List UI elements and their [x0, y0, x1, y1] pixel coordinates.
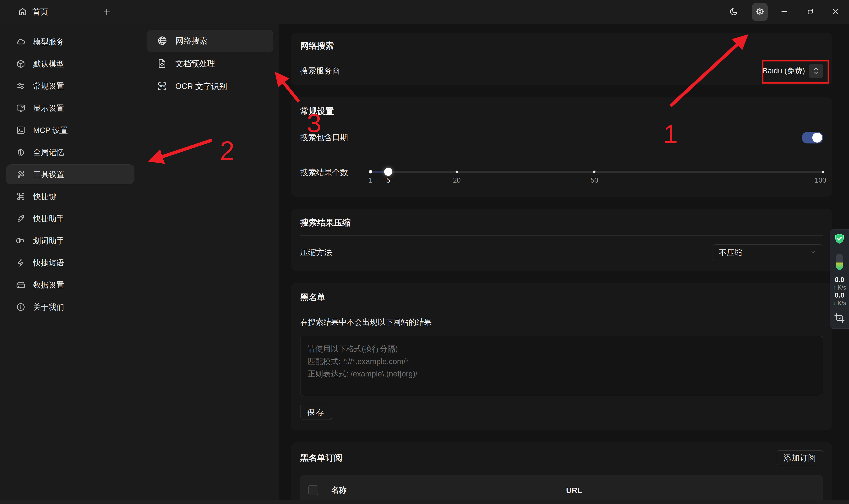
download-speed-value: 0.0	[835, 292, 844, 299]
arrow-up-icon: ↑	[833, 284, 836, 291]
command-icon	[16, 192, 26, 201]
battery-capsule-indicator[interactable]	[830, 249, 849, 274]
brain-icon	[16, 147, 26, 157]
tools-icon	[16, 169, 26, 179]
security-status[interactable]	[830, 230, 849, 249]
sidebar-item-label: MCP 设置	[33, 125, 68, 136]
window-bottom-edge	[0, 500, 849, 504]
home-icon	[18, 7, 28, 17]
titlebar-actions	[726, 0, 849, 24]
add-subscription-button[interactable]: 添加订阅	[777, 450, 823, 465]
slider-handle[interactable]	[384, 167, 393, 176]
screenshot-tool[interactable]	[830, 309, 849, 328]
minimize-icon	[780, 7, 789, 17]
sidebar-item-global-memory[interactable]: 全局记忆	[6, 142, 134, 162]
provider-select[interactable]: Baidu (免费)	[762, 64, 823, 78]
gear-icon	[755, 7, 764, 17]
svg-text:OCR: OCR	[159, 85, 166, 88]
titlebar: 首页 +	[0, 0, 849, 24]
subsidebar-item-web-search[interactable]: 网络搜索	[147, 30, 273, 52]
sidebar-item-label: 划词助手	[33, 236, 64, 246]
sidebar-item-general-settings[interactable]: 常规设置	[6, 76, 134, 96]
moon-icon	[729, 7, 738, 17]
settings-button[interactable]	[752, 3, 767, 21]
sidebar-item-label: 快捷助手	[33, 214, 64, 224]
slider-track[interactable]	[369, 170, 823, 173]
result-count-slider[interactable]: 1 5 20 50 100	[369, 163, 823, 183]
globe-icon	[157, 35, 167, 47]
general-settings-card: 常规设置 搜索包含日期 搜索结果个数	[291, 97, 832, 197]
new-tab-button[interactable]: +	[104, 6, 110, 18]
toggle-knob	[812, 133, 822, 143]
file-code-icon	[157, 58, 167, 70]
close-button[interactable]	[828, 3, 843, 21]
cloud-icon	[16, 37, 26, 47]
sidebar-item-quick-phrases[interactable]: 快捷短语	[6, 253, 134, 273]
blacklist-description: 在搜索结果中不会出现以下网站的结果	[300, 310, 823, 336]
subscription-title: 黑名单订阅	[300, 452, 342, 464]
minimize-button[interactable]	[776, 3, 792, 21]
blacklist-card: 黑名单 在搜索结果中不会出现以下网站的结果 保存	[291, 283, 832, 430]
subsidebar-item-doc-preprocess[interactable]: 文档预处理	[147, 52, 273, 75]
sidebar-item-data-settings[interactable]: 数据设置	[6, 275, 134, 295]
rocket-icon	[16, 214, 26, 223]
tab-home[interactable]: 首页	[18, 7, 48, 17]
blacklist-input[interactable]	[300, 336, 823, 396]
slider-mark	[822, 170, 825, 173]
hard-drive-icon	[16, 280, 26, 290]
compression-method-select[interactable]: 不压缩	[712, 245, 823, 260]
sidebar-item-quick-assistant[interactable]: 快捷助手	[6, 209, 134, 229]
chevron-down-icon	[810, 249, 817, 256]
slider-tick-label: 20	[453, 176, 460, 184]
sidebar-item-display-settings[interactable]: 显示设置	[6, 98, 134, 118]
sidebar-item-tool-settings[interactable]: 工具设置	[6, 164, 134, 184]
text-cursor-icon	[16, 236, 26, 246]
slider-mark	[369, 170, 372, 173]
sidebar-item-label: 常规设置	[33, 81, 64, 91]
zap-icon	[16, 258, 26, 268]
sidebar-item-label: 数据设置	[33, 280, 64, 290]
web-search-card: 网络搜索 搜索服务商 Baidu (免费)	[291, 33, 832, 85]
slider-tick-label: 50	[591, 176, 598, 184]
subscription-header: 黑名单订阅 添加订阅	[300, 442, 823, 472]
save-button[interactable]: 保存	[300, 405, 332, 420]
sidebar-item-model-services[interactable]: 模型服务	[6, 32, 134, 52]
column-header-name: 名称	[331, 485, 557, 496]
subsidebar-item-label: 文档预处理	[175, 58, 215, 69]
web-search-title: 网络搜索	[300, 33, 823, 58]
include-date-toggle[interactable]	[802, 132, 823, 143]
sidebar-item-label: 工具设置	[33, 169, 64, 180]
subscription-table: 名称 URL	[300, 475, 823, 500]
sidebar-item-about[interactable]: 关于我们	[6, 297, 134, 317]
theme-toggle-button[interactable]	[726, 3, 742, 21]
select-all-checkbox[interactable]	[308, 485, 319, 496]
network-speed-widget[interactable]: 0.0 ↑ K/s 0.0 ↓ K/s	[830, 274, 849, 309]
sidebar-item-label: 显示设置	[33, 103, 64, 113]
compression-title: 搜索结果压缩	[300, 209, 823, 235]
ocr-frame-icon: OCR	[157, 81, 167, 92]
crop-icon	[834, 312, 845, 325]
sliders-icon	[16, 81, 26, 91]
upload-speed-value: 0.0	[835, 276, 844, 284]
restore-icon	[805, 7, 814, 17]
table-header-row: 名称 URL	[300, 475, 823, 500]
arrow-down-icon: ↓	[833, 300, 836, 306]
download-speed-unit: ↓ K/s	[833, 300, 846, 307]
sidebar-item-mcp-settings[interactable]: MCP 设置	[6, 120, 134, 140]
shield-check-icon	[833, 232, 846, 247]
chevron-up-down-icon[interactable]	[809, 64, 823, 78]
capsule-gauge	[836, 254, 843, 270]
sidebar-item-default-models[interactable]: 默认模型	[6, 54, 134, 74]
subsidebar-item-ocr[interactable]: OCR OCR 文字识别	[147, 75, 273, 98]
slider-tick-label: 1	[369, 176, 373, 184]
app-window: 首页 +	[0, 0, 849, 504]
restore-button[interactable]	[802, 3, 818, 21]
sidebar-item-selection-assistant[interactable]: 划词助手	[6, 231, 134, 251]
settings-sidebar: 模型服务 默认模型 常规设置 显示设置 MCP 设置 全局记忆	[0, 24, 141, 500]
subsidebar-item-label: OCR 文字识别	[175, 81, 227, 92]
sidebar-item-label: 全局记忆	[33, 147, 64, 158]
general-title: 常规设置	[300, 97, 823, 124]
sidebar-item-shortcuts[interactable]: 快捷键	[6, 186, 134, 206]
subsidebar-item-label: 网络搜索	[176, 36, 207, 47]
close-icon	[831, 7, 840, 17]
